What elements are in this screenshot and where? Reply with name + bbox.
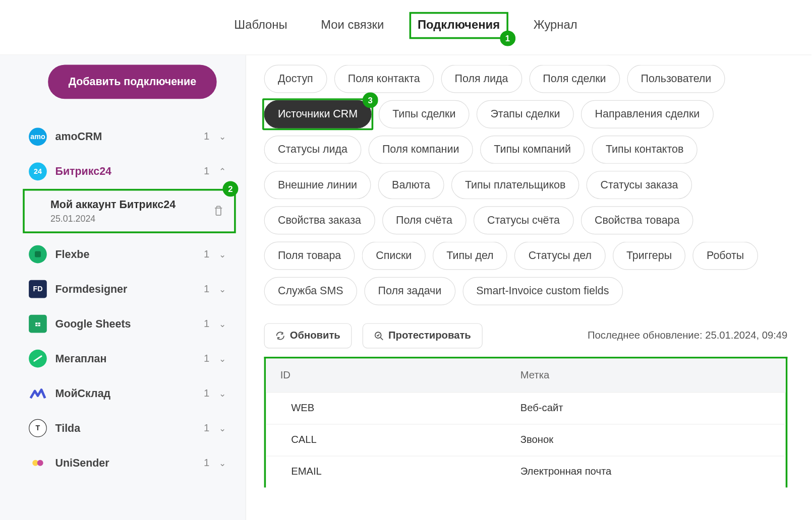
chips-row: ДоступПоля контактаПоля лидаПоля сделкиП… [264, 65, 788, 305]
crm-sources-table: ID Метка WEBВеб-сайтCALLЗвонокEMAILЭлект… [264, 357, 788, 487]
chip-поля-лида[interactable]: Поля лида [441, 65, 522, 93]
bitrix-icon: 24 [29, 162, 47, 180]
chip-поля-сч-та[interactable]: Поля счёта [382, 206, 467, 234]
cell-label: Электронная почта [520, 466, 771, 478]
test-icon [374, 331, 383, 341]
sidebar-item-label: Google Sheets [55, 317, 204, 330]
step-badge-3: 3 [363, 92, 378, 108]
sidebar-item-count: 1 [204, 387, 209, 400]
sidebar-item-label: МойСклад [55, 387, 204, 400]
chip-статусы-заказа[interactable]: Статусы заказа [587, 171, 692, 199]
sidebar-item-moysklad[interactable]: МойСклад 1 ⌄ [24, 376, 231, 411]
chevron-down-icon: ⌄ [219, 319, 226, 329]
chip-роботы[interactable]: Роботы [693, 242, 758, 270]
sidebar-item-count: 1 [204, 131, 209, 143]
step-badge-1: 1 [500, 31, 515, 46]
chip-свойства-товара[interactable]: Свойства товара [581, 206, 693, 234]
sidebar: Добавить подключение amo amoCRM 1 ⌄ 24 Б… [0, 55, 246, 520]
chip-свойства-заказа[interactable]: Свойства заказа [264, 206, 375, 234]
top-nav: Шаблоны Мои связки Подключения 1 Журнал [0, 0, 811, 55]
nav-journal[interactable]: Журнал [529, 15, 582, 36]
chip-поля-задачи[interactable]: Поля задачи [364, 277, 455, 305]
test-button[interactable]: Протестировать [363, 323, 482, 348]
account-bitrix[interactable]: 2 Мой аккаунт Битрикс24 25.01.2024 [24, 190, 231, 232]
chip-источники-crm[interactable]: Источники CRM3 [264, 100, 372, 128]
cell-label: Веб-сайт [520, 402, 771, 414]
sidebar-item-amocrm[interactable]: amo amoCRM 1 ⌄ [24, 119, 231, 154]
col-header-id: ID [280, 369, 520, 381]
chip-триггеры[interactable]: Триггеры [613, 242, 686, 270]
highlight-box-3 [262, 98, 373, 130]
chip-типы-контактов[interactable]: Типы контактов [592, 136, 698, 164]
sidebar-item-label: Мегаплан [55, 352, 204, 365]
chip-типы-дел[interactable]: Типы дел [433, 242, 507, 270]
trash-icon[interactable] [213, 205, 223, 217]
chevron-down-icon: ⌄ [219, 354, 226, 363]
sidebar-item-count: 1 [204, 283, 209, 295]
chip-валюта[interactable]: Валюта [378, 171, 444, 199]
sidebar-item-megaplan[interactable]: Мегаплан 1 ⌄ [24, 341, 231, 376]
chip-доступ[interactable]: Доступ [264, 65, 327, 93]
chevron-down-icon: ⌄ [219, 132, 226, 142]
table-row[interactable]: CALLЗвонок [266, 424, 786, 456]
add-connection-button[interactable]: Добавить подключение [48, 65, 216, 99]
sidebar-item-label: UniSender [55, 457, 204, 469]
sidebar-item-bitrix[interactable]: 24 Битрикс24 1 ⌃ [24, 154, 231, 189]
chip-поля-сделки[interactable]: Поля сделки [529, 65, 620, 93]
chip-статусы-лида[interactable]: Статусы лида [264, 136, 362, 164]
chevron-up-icon: ⌃ [219, 167, 226, 176]
flexbe-icon [29, 245, 47, 264]
chip-направления-сделки[interactable]: Направления сделки [581, 100, 713, 128]
sidebar-item-count: 1 [204, 422, 209, 434]
sidebar-item-unisender[interactable]: UniSender 1 ⌄ [24, 445, 231, 480]
chip-типы-сделки[interactable]: Типы сделки [379, 100, 470, 128]
svg-point-6 [37, 460, 43, 466]
table-row[interactable]: EMAILЭлектронная почта [266, 456, 786, 487]
chip-статусы-сч-та[interactable]: Статусы счёта [474, 206, 574, 234]
chip-поля-компании[interactable]: Поля компании [369, 136, 473, 164]
refresh-icon [275, 331, 285, 341]
sidebar-item-label: Formdesigner [55, 283, 204, 295]
refresh-label: Обновить [290, 330, 340, 342]
chip-smart-invoice-custom-fields[interactable]: Smart-Invoice custom fields [462, 277, 623, 305]
chip-внешние-линии[interactable]: Внешние линии [264, 171, 371, 199]
chip-типы-компаний[interactable]: Типы компаний [480, 136, 585, 164]
sidebar-item-gsheets[interactable]: Google Sheets 1 ⌄ [24, 306, 231, 341]
formdesigner-icon: FD [29, 280, 47, 298]
chip-поля-товара[interactable]: Поля товара [264, 242, 355, 270]
cell-id: EMAIL [280, 466, 520, 478]
chip-этапы-сделки[interactable]: Этапы сделки [477, 100, 574, 128]
sidebar-item-flexbe[interactable]: Flexbe 1 ⌄ [24, 237, 231, 272]
chevron-down-icon: ⌄ [219, 284, 226, 294]
gsheets-icon [29, 315, 47, 333]
sidebar-item-label: Flexbe [55, 248, 204, 261]
sidebar-item-count: 1 [204, 318, 209, 330]
moysklad-icon [29, 384, 47, 403]
chip-пользователи[interactable]: Пользователи [627, 65, 725, 93]
chip-статусы-дел[interactable]: Статусы дел [514, 242, 605, 270]
refresh-button[interactable]: Обновить [264, 323, 352, 348]
sidebar-item-label: Tilda [55, 422, 204, 434]
amocrm-icon: amo [29, 127, 47, 146]
sidebar-item-tilda[interactable]: Т Tilda 1 ⌄ [24, 411, 231, 445]
step-badge-2: 2 [222, 181, 238, 197]
last-update-text: Последнее обновление: 25.01.2024, 09:49 [588, 330, 787, 342]
test-label: Протестировать [388, 330, 471, 342]
chevron-down-icon: ⌄ [219, 458, 226, 468]
table-row[interactable]: WEBВеб-сайт [266, 392, 786, 424]
toolbar: Обновить Протестировать Последнее обновл… [264, 323, 788, 348]
main: Добавить подключение amo amoCRM 1 ⌄ 24 Б… [0, 55, 811, 520]
sidebar-item-label: amoCRM [55, 131, 204, 143]
nav-templates[interactable]: Шаблоны [229, 15, 292, 36]
svg-rect-0 [35, 251, 41, 257]
chevron-down-icon: ⌄ [219, 249, 226, 259]
chevron-down-icon: ⌄ [219, 388, 226, 398]
nav-connections[interactable]: Подключения 1 [413, 15, 504, 36]
chip-поля-контакта[interactable]: Поля контакта [334, 65, 434, 93]
nav-myflows[interactable]: Мои связки [316, 15, 389, 36]
chip-типы-плательщиков[interactable]: Типы плательщиков [451, 171, 579, 199]
chip-служба-sms[interactable]: Служба SMS [264, 277, 357, 305]
chip-списки[interactable]: Списки [362, 242, 426, 270]
sidebar-item-formdesigner[interactable]: FD Formdesigner 1 ⌄ [24, 272, 231, 306]
chevron-down-icon: ⌄ [219, 423, 226, 433]
